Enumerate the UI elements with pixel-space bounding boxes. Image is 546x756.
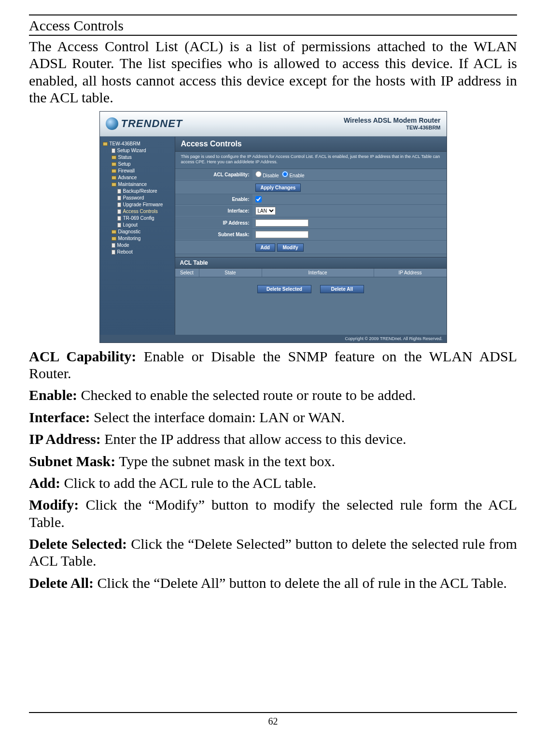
def-interface: Interface: Select the interface domain: … xyxy=(29,409,517,426)
row-apply: Apply Changes xyxy=(175,181,447,194)
delete-all-button[interactable]: Delete All xyxy=(320,285,364,293)
intro-paragraph: The Access Control List (ACL) is a list … xyxy=(29,38,517,106)
acl-table-buttons: Delete Selected Delete All xyxy=(175,277,447,308)
label-enable: Enable: xyxy=(175,194,252,204)
file-icon xyxy=(117,209,121,214)
add-button[interactable]: Add xyxy=(255,243,275,252)
globe-icon xyxy=(106,117,118,130)
panel-title: Access Controls xyxy=(175,137,447,152)
radio-enable[interactable]: Enable xyxy=(282,171,305,178)
nav-tree: TEW-436BRM Setup Wizard Status Setup Fir… xyxy=(100,137,175,335)
row-ip: IP Address: xyxy=(175,217,447,229)
acl-table-columns: Select State Interface IP Address xyxy=(175,269,447,277)
col-interface: Interface xyxy=(262,269,374,277)
row-subnet: Subnet Mask: xyxy=(175,229,447,241)
delete-selected-button[interactable]: Delete Selected xyxy=(257,285,311,293)
nav-maintainance[interactable]: Maintainance xyxy=(103,181,173,188)
file-icon xyxy=(117,202,121,207)
label-acl-capability: ACL Capability: xyxy=(175,170,252,180)
modify-button[interactable]: Modify xyxy=(277,243,303,252)
subnet-mask-input[interactable] xyxy=(255,231,308,238)
interface-select[interactable]: LAN xyxy=(255,207,276,215)
brand-logo: TRENDNET xyxy=(106,117,183,130)
def-ip-address: IP Address: Enter the IP address that al… xyxy=(29,430,517,447)
def-add: Add: Click to add the ACL rule to the AC… xyxy=(29,474,517,491)
row-enable: Enable: xyxy=(175,194,447,205)
acl-table-header: ACL Table xyxy=(175,257,447,269)
folder-icon xyxy=(112,183,116,186)
file-icon xyxy=(117,216,121,221)
folder-icon xyxy=(112,237,116,241)
file-icon xyxy=(117,223,121,228)
radio-disable[interactable]: Disable xyxy=(255,171,279,178)
folder-icon xyxy=(112,162,116,166)
nav-backup[interactable]: Backup/Restore xyxy=(103,188,173,195)
bottom-rule xyxy=(29,712,517,713)
def-delete-selected: Delete Selected: Click the “Delete Selec… xyxy=(29,535,517,570)
router-header: TRENDNET Wireless ADSL Modem Router TEW-… xyxy=(100,112,447,137)
nav-root[interactable]: TEW-436BRM xyxy=(103,141,173,147)
product-name: Wireless ADSL Modem Router TEW-436BRM xyxy=(344,117,441,130)
file-icon xyxy=(112,148,115,153)
label-interface: Interface: xyxy=(175,206,252,216)
top-rule xyxy=(29,14,517,15)
folder-icon xyxy=(112,169,116,173)
router-footer: Copyright © 2009 TRENDnet. All Rights Re… xyxy=(100,335,447,342)
nav-password[interactable]: Password xyxy=(103,195,173,201)
panel-description: This page is used to configure the IP Ad… xyxy=(175,152,447,170)
row-acl-capability: ACL Capability: Disable Enable xyxy=(175,169,447,181)
folder-icon xyxy=(103,142,108,146)
def-delete-all: Delete All: Click the “Delete All” butto… xyxy=(29,574,517,591)
file-icon xyxy=(117,196,121,200)
file-icon xyxy=(117,189,121,194)
col-ip: IP Address xyxy=(374,269,447,277)
def-acl-capability: ACL Capability: Enable or Disable the SN… xyxy=(29,348,517,382)
file-icon xyxy=(112,243,115,248)
file-icon xyxy=(112,250,115,255)
product-line1: Wireless ADSL Modem Router xyxy=(344,117,441,124)
nav-logout[interactable]: Logout xyxy=(103,222,173,228)
nav-firewall[interactable]: Firewall xyxy=(103,168,173,174)
enable-checkbox[interactable] xyxy=(255,196,262,202)
def-subnet-mask: Subnet Mask: Type the subnet mask in the… xyxy=(29,453,517,470)
row-interface: Interface: LAN xyxy=(175,205,447,217)
ip-address-input[interactable] xyxy=(255,219,308,227)
nav-diagnostic[interactable]: Diagnostic xyxy=(103,228,173,235)
label-subnet: Subnet Mask: xyxy=(175,229,252,240)
def-modify: Modify: Click the “Modify” button to mod… xyxy=(29,496,517,530)
nav-monitoring[interactable]: Monitoring xyxy=(103,235,173,242)
nav-setup[interactable]: Setup xyxy=(103,161,173,168)
row-add-modify: Add Modify xyxy=(175,241,447,254)
definitions-block: ACL Capability: Enable or Disable the SN… xyxy=(29,348,517,592)
section-title: Access Controls xyxy=(29,17,517,34)
col-state: State xyxy=(199,269,262,277)
def-enable: Enable: Checked to enable the selected r… xyxy=(29,386,517,403)
nav-upgrade[interactable]: Upgrade Firmware xyxy=(103,201,173,208)
nav-setup-wizard[interactable]: Setup Wizard xyxy=(103,147,173,154)
col-select: Select xyxy=(175,269,199,277)
folder-icon xyxy=(112,156,116,159)
brand-text: TRENDNET xyxy=(121,117,183,130)
folder-icon xyxy=(112,176,116,180)
nav-mode[interactable]: Mode xyxy=(103,242,173,249)
folder-icon xyxy=(112,230,116,234)
title-underline xyxy=(29,35,517,36)
nav-status[interactable]: Status xyxy=(103,154,173,161)
product-line2: TEW-436BRM xyxy=(344,125,441,130)
nav-tr069[interactable]: TR-069 Config xyxy=(103,215,173,222)
apply-changes-button[interactable]: Apply Changes xyxy=(255,184,301,192)
nav-advance[interactable]: Advance xyxy=(103,174,173,181)
label-ip: IP Address: xyxy=(175,218,252,228)
page-number: 62 xyxy=(29,716,517,727)
router-screenshot: TRENDNET Wireless ADSL Modem Router TEW-… xyxy=(29,111,517,343)
nav-reboot[interactable]: Reboot xyxy=(103,249,173,256)
nav-access-controls[interactable]: Access Controls xyxy=(103,208,173,215)
